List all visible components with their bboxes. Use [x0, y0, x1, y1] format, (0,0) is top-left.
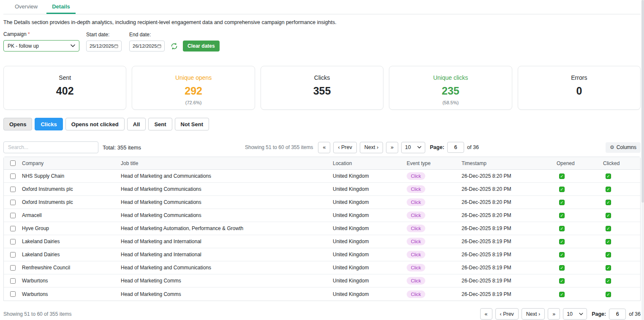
- scrollbar-thumb[interactable]: [641, 0, 644, 203]
- event-type-badge: Click: [407, 212, 425, 219]
- company-cell: Renfrewshire Council: [21, 265, 120, 271]
- opened-cell: ✓: [556, 278, 602, 284]
- start-date-field[interactable]: [90, 43, 114, 49]
- opened-cell: ✓: [556, 252, 602, 258]
- page-number-input[interactable]: [447, 142, 464, 153]
- showing-range-text: Showing 51 to 60 of 355 items: [245, 144, 313, 150]
- stat-percentage: (58.5%): [389, 100, 511, 105]
- last-page-button[interactable]: »: [548, 308, 560, 320]
- stat-label: Errors: [518, 74, 640, 81]
- first-page-button[interactable]: «: [480, 308, 492, 320]
- prev-page-button[interactable]: ‹ Prev: [333, 142, 356, 153]
- event-type-cell: Click: [406, 185, 461, 193]
- campaign-selected-value: PK - follow up: [8, 43, 39, 49]
- check-icon: ✓: [559, 187, 565, 192]
- gear-icon: ⚙: [610, 144, 614, 150]
- company-cell: Warburtons: [21, 291, 120, 297]
- row-checkbox[interactable]: [10, 291, 16, 297]
- scrollbar-track[interactable]: [641, 0, 644, 320]
- header-location: Location: [332, 160, 406, 166]
- start-date-input[interactable]: [86, 41, 122, 52]
- table-body: NHS Supply ChainHead of Marketing and Co…: [4, 170, 640, 301]
- table-row: Renfrewshire CouncilHead of Marketing an…: [4, 261, 640, 274]
- event-type-badge: Click: [407, 238, 425, 245]
- row-checkbox[interactable]: [10, 278, 16, 284]
- row-checkbox[interactable]: [10, 265, 16, 271]
- row-checkbox[interactable]: [10, 239, 16, 244]
- page-size-value: 10: [567, 311, 573, 317]
- header-timestamp: Timestamp: [461, 160, 556, 166]
- refresh-icon: [170, 42, 178, 50]
- location-cell: United Kingdom: [332, 239, 406, 244]
- select-all-checkbox[interactable]: [10, 160, 16, 166]
- campaign-select[interactable]: PK - follow up: [3, 40, 79, 52]
- page-size-select[interactable]: 10: [401, 142, 425, 153]
- row-checkbox[interactable]: [10, 213, 16, 218]
- stat-percentage: (72.6%): [132, 100, 254, 105]
- next-page-button[interactable]: Next ›: [360, 142, 383, 153]
- row-checkbox[interactable]: [10, 174, 16, 179]
- table-header: Company Job title Location Event type Ti…: [4, 157, 640, 170]
- page-number-input[interactable]: [609, 309, 626, 320]
- row-checkbox[interactable]: [10, 187, 16, 192]
- location-cell: United Kingdom: [332, 186, 406, 192]
- opened-cell: ✓: [556, 291, 602, 297]
- job-title-cell: Head of Marketing Communications: [120, 199, 332, 205]
- event-type-badge: Click: [407, 185, 425, 193]
- clicked-cell: ✓: [602, 173, 640, 179]
- prev-page-button[interactable]: ‹ Prev: [495, 308, 519, 320]
- location-cell: United Kingdom: [332, 278, 406, 284]
- stat-label: Unique opens: [132, 74, 254, 81]
- page-total-text: of 36: [467, 144, 479, 150]
- header-clicked: Clicked: [602, 160, 640, 166]
- tab-overview[interactable]: Overview: [9, 0, 43, 14]
- location-cell: United Kingdom: [332, 265, 406, 271]
- check-icon: ✓: [559, 226, 565, 231]
- table-row: Oxford Instruments plcHead of Marketing …: [4, 183, 640, 196]
- first-page-button[interactable]: «: [318, 142, 330, 153]
- refresh-button[interactable]: [170, 42, 178, 50]
- clear-dates-button[interactable]: Clear dates: [183, 41, 220, 52]
- row-checkbox[interactable]: [10, 200, 16, 205]
- tab-details[interactable]: Details: [46, 0, 76, 14]
- required-asterisk: *: [28, 31, 30, 37]
- timestamp-cell: 26-Dec-2025 8:20 PM: [461, 186, 556, 192]
- row-checkbox[interactable]: [10, 252, 16, 258]
- row-select-cell: [4, 174, 21, 179]
- end-date-field[interactable]: [133, 43, 157, 49]
- select-all-cell: [4, 160, 21, 166]
- next-page-button[interactable]: Next ›: [522, 308, 545, 320]
- filter-clicks-button[interactable]: Clicks: [35, 118, 62, 130]
- filter-opens-button[interactable]: Opens: [3, 118, 32, 130]
- timestamp-cell: 26-Dec-2025 8:20 PM: [461, 212, 556, 218]
- check-icon: ✓: [606, 213, 611, 218]
- calendar-icon: [114, 43, 118, 49]
- stat-value: 292: [132, 85, 254, 97]
- search-input[interactable]: [3, 141, 98, 153]
- page-size-select[interactable]: 10: [563, 308, 587, 320]
- company-cell: Warburtons: [21, 278, 120, 284]
- end-date-input[interactable]: [129, 41, 165, 52]
- last-page-button[interactable]: »: [386, 142, 398, 153]
- event-type-badge: Click: [407, 290, 425, 298]
- job-title-cell: Head of Marketing and Communications: [120, 265, 332, 271]
- filter-sent-button[interactable]: Sent: [148, 118, 172, 130]
- row-select-cell: [4, 291, 21, 297]
- columns-button[interactable]: ⚙ Columns: [606, 142, 641, 153]
- job-title-cell: Head of Marketing Automation, Performanc…: [120, 225, 332, 231]
- row-checkbox[interactable]: [10, 226, 16, 231]
- filter-all-button[interactable]: All: [127, 118, 146, 130]
- filter-opens-not-clicked-button[interactable]: Opens not clicked: [65, 118, 125, 130]
- event-type-cell: Click: [406, 198, 461, 206]
- tab-bar: Overview Details: [3, 0, 641, 14]
- timestamp-cell: 26-Dec-2025 8:19 PM: [461, 225, 556, 231]
- timestamp-cell: 26-Dec-2025 8:19 PM: [461, 252, 556, 258]
- calendar-icon: [157, 43, 161, 49]
- table-row: WarburtonsHead of Marketing CommsUnited …: [4, 287, 640, 301]
- campaign-label: Campaign *: [3, 31, 79, 37]
- opened-cell: ✓: [556, 186, 602, 192]
- stat-card-errors: Errors 0: [518, 66, 641, 110]
- timestamp-cell: 26-Dec-2025 8:19 PM: [461, 291, 556, 297]
- filter-not-sent-button[interactable]: Not Sent: [175, 118, 209, 130]
- stat-label: Clicks: [261, 74, 383, 81]
